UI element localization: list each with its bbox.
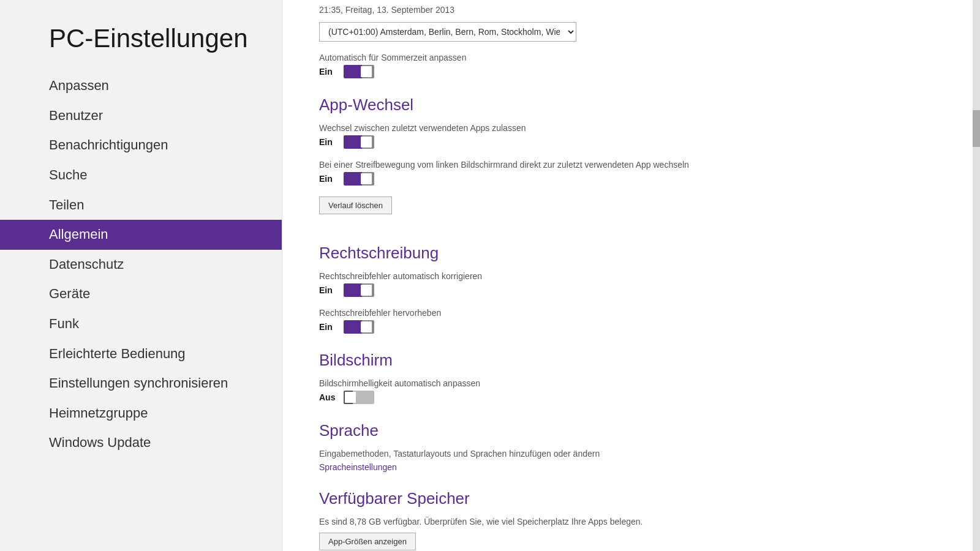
setting-group-rechtschreibung-2: Rechtschreibfehler hervorheben Ein bbox=[319, 308, 943, 334]
bildschirm-setting1-label: Bildschirmhelligkeit automatisch anpasse… bbox=[319, 378, 943, 388]
setting-group-sommerzeit: Automatisch für Sommerzeit anpassen Ein bbox=[319, 53, 943, 78]
bildschirm-setting1-status: Aus bbox=[319, 392, 336, 402]
rechtschreibung-toggle2-thumb bbox=[361, 321, 372, 332]
app-wechsel-setting2-row: Ein bbox=[319, 172, 943, 186]
rechtschreibung-toggle2[interactable] bbox=[344, 320, 374, 334]
rechtschreibung-setting2-status: Ein bbox=[319, 322, 336, 332]
sidebar-item-teilen[interactable]: Teilen bbox=[49, 190, 282, 220]
sidebar: PC-Einstellungen AnpassenBenutzerBenachr… bbox=[0, 0, 282, 551]
sommerzeit-label: Automatisch für Sommerzeit anpassen bbox=[319, 53, 943, 62]
rechtschreibung-setting1-label: Rechtschreibfehler automatisch korrigier… bbox=[319, 271, 943, 281]
main-content: 21:35, Freitag, 13. September 2013 (UTC+… bbox=[282, 0, 980, 551]
rechtschreibung-setting2-label: Rechtschreibfehler hervorheben bbox=[319, 308, 943, 318]
rechtschreibung-setting1-row: Ein bbox=[319, 283, 943, 297]
sidebar-item-anpassen[interactable]: Anpassen bbox=[49, 71, 282, 101]
setting-group-rechtschreibung-1: Rechtschreibfehler automatisch korrigier… bbox=[319, 271, 943, 297]
setting-group-app-wechsel-1: Wechsel zwischen zuletzt verwendeten App… bbox=[319, 123, 943, 149]
timezone-select[interactable]: (UTC+01:00) Amsterdam, Berlin, Bern, Rom… bbox=[319, 22, 576, 42]
sidebar-nav: AnpassenBenutzerBenachrichtigungenSucheT… bbox=[49, 71, 282, 458]
sommerzeit-toggle[interactable] bbox=[344, 65, 374, 78]
setting-group-app-wechsel-2: Bei einer Streifbewegung vom linken Bild… bbox=[319, 160, 943, 186]
bildschirm-setting1-row: Aus bbox=[319, 391, 943, 404]
sidebar-item-allgemein[interactable]: Allgemein bbox=[0, 220, 294, 250]
sidebar-item-datenschutz[interactable]: Datenschutz bbox=[49, 250, 282, 280]
rechtschreibung-toggle1[interactable] bbox=[344, 283, 374, 297]
sidebar-item-erleichterte-bedienung[interactable]: Erleichterte Bedienung bbox=[49, 339, 282, 369]
app-wechsel-toggle2[interactable] bbox=[344, 172, 374, 186]
sprache-description: Eingabemethoden, Tastaturlayouts und Spr… bbox=[319, 449, 943, 459]
app-wechsel-toggle1[interactable] bbox=[344, 135, 374, 149]
spracheinstellungen-link[interactable]: Spracheinstellungen bbox=[319, 462, 943, 472]
sommerzeit-row: Ein bbox=[319, 65, 943, 78]
app-wechsel-setting1-label: Wechsel zwischen zuletzt verwendeten App… bbox=[319, 123, 943, 133]
sidebar-item-heimnetzgruppe[interactable]: Heimnetzgruppe bbox=[49, 399, 282, 429]
verlauf-loeschen-button[interactable]: Verlauf löschen bbox=[319, 197, 392, 214]
app-wechsel-setting1-status: Ein bbox=[319, 137, 336, 147]
app-groessen-button[interactable]: App-Größen anzeigen bbox=[319, 533, 416, 550]
datetime-header: 21:35, Freitag, 13. September 2013 bbox=[319, 0, 943, 22]
sidebar-item-funk[interactable]: Funk bbox=[49, 309, 282, 339]
sidebar-item-geraete[interactable]: Geräte bbox=[49, 279, 282, 309]
sidebar-title: PC-Einstellungen bbox=[49, 24, 282, 53]
app-wechsel-setting2-label: Bei einer Streifbewegung vom linken Bild… bbox=[319, 160, 943, 170]
section-heading-speicher: Verfügbarer Speicher bbox=[319, 489, 943, 508]
setting-group-bildschirm: Bildschirmhelligkeit automatisch anpasse… bbox=[319, 378, 943, 404]
sidebar-item-benutzer[interactable]: Benutzer bbox=[49, 101, 282, 131]
sidebar-item-windows-update[interactable]: Windows Update bbox=[49, 428, 282, 458]
app-wechsel-toggle1-thumb bbox=[361, 137, 372, 148]
main-wrapper: 21:35, Freitag, 13. September 2013 (UTC+… bbox=[282, 0, 980, 551]
section-heading-rechtschreibung: Rechtschreibung bbox=[319, 244, 943, 263]
scrollbar-track bbox=[973, 0, 980, 551]
scrollbar-thumb[interactable] bbox=[973, 110, 980, 147]
rechtschreibung-setting1-status: Ein bbox=[319, 285, 336, 295]
sidebar-item-einstellungen-synchronisieren[interactable]: Einstellungen synchronisieren bbox=[49, 369, 282, 399]
speicher-description: Es sind 8,78 GB verfügbar. Überprüfen Si… bbox=[319, 517, 943, 527]
sommerzeit-toggle-thumb bbox=[361, 66, 372, 77]
rechtschreibung-toggle1-thumb bbox=[361, 285, 372, 296]
sidebar-item-benachrichtigungen[interactable]: Benachrichtigungen bbox=[49, 130, 282, 160]
app-wechsel-setting1-row: Ein bbox=[319, 135, 943, 149]
rechtschreibung-setting2-row: Ein bbox=[319, 320, 943, 334]
section-heading-app-wechsel: App-Wechsel bbox=[319, 96, 943, 114]
sommerzeit-status: Ein bbox=[319, 67, 336, 77]
bildschirm-toggle1-thumb bbox=[345, 392, 356, 403]
bildschirm-toggle1[interactable] bbox=[344, 391, 374, 404]
section-heading-bildschirm: Bildschirm bbox=[319, 351, 943, 370]
sidebar-item-suche[interactable]: Suche bbox=[49, 160, 282, 190]
section-heading-sprache: Sprache bbox=[319, 421, 943, 440]
app-wechsel-setting2-status: Ein bbox=[319, 174, 336, 184]
app-wechsel-toggle2-thumb bbox=[361, 173, 372, 184]
